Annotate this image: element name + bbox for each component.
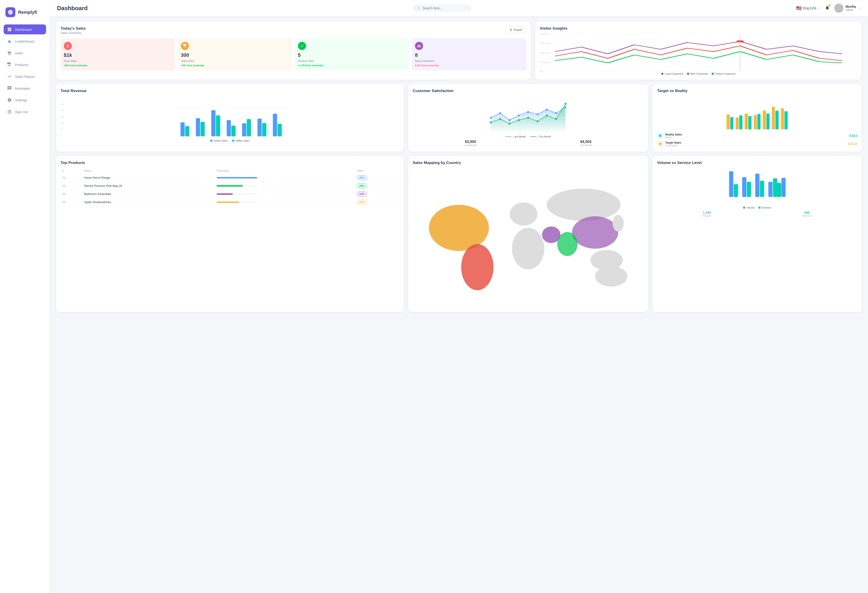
revenue-title: Total Revenue xyxy=(61,89,399,93)
target-stats: Reality Sales Global 8.823 Targ xyxy=(657,133,857,147)
new-dot xyxy=(687,72,689,75)
main-area: Dashboard 🇺🇸 Eng (US) Musfiq Admi xyxy=(50,0,868,593)
svg-point-73 xyxy=(555,118,557,120)
svg-point-63 xyxy=(546,109,548,111)
online-sales-legend: Online Sales xyxy=(210,139,227,142)
export-icon xyxy=(509,28,512,31)
svg-point-96 xyxy=(429,205,489,251)
sidebar-item-messages[interactable]: Messages xyxy=(4,83,46,93)
search-input[interactable] xyxy=(422,6,467,10)
sidebar-item-sales-report[interactable]: Sales Report xyxy=(4,71,46,81)
svg-rect-79 xyxy=(745,114,748,129)
total-order-value: 300 xyxy=(181,52,289,58)
sidebar-item-leaderboard[interactable]: Leaderboard xyxy=(4,36,46,46)
language-selector[interactable]: 🇺🇸 Eng (US) xyxy=(796,6,820,11)
online-dot xyxy=(210,139,213,142)
svg-text:200: 200 xyxy=(540,52,550,54)
svg-point-4 xyxy=(836,9,842,13)
legend-unique: Unique Customers xyxy=(712,72,735,75)
sidebar-item-products[interactable]: Products xyxy=(4,60,46,70)
search-icon xyxy=(417,6,421,10)
services-amount: 635 Services xyxy=(802,211,812,217)
top-products-card: Top Products # Name Popularity Sales 01 … xyxy=(56,156,404,312)
row-num: 03 xyxy=(61,190,82,198)
header: Dashboard 🇺🇸 Eng (US) Musfiq Admi xyxy=(50,0,868,16)
svg-rect-34 xyxy=(180,122,185,136)
total-order-icon xyxy=(181,42,189,50)
todays-sales-subtitle: Sales Summery xyxy=(61,31,86,35)
svg-point-66 xyxy=(490,121,492,123)
total-sales-change: +8% from yesterday xyxy=(64,64,172,67)
total-sales-label: Total Sales xyxy=(64,59,172,63)
sidebar-item-settings[interactable]: Settings xyxy=(4,95,46,105)
sidebar-item-signout[interactable]: Sign Out xyxy=(4,107,46,117)
volume-dot xyxy=(743,207,745,209)
svg-point-69 xyxy=(518,119,520,121)
row-name: Home Decor Range xyxy=(82,174,215,182)
page-title: Dashboard xyxy=(57,5,88,12)
total-sales-value: $1k xyxy=(64,52,172,58)
content: Today's Sales Sales Summery Export $1 xyxy=(50,16,868,593)
svg-rect-83 xyxy=(763,111,766,129)
offline-dot xyxy=(232,139,235,142)
search-bar[interactable] xyxy=(413,4,471,12)
sales-badge: 25% xyxy=(357,200,367,205)
visitor-chart-svg: 400 300 200 100 0 xyxy=(540,34,857,72)
total-sales-icon xyxy=(64,42,72,50)
row-sales: 18% xyxy=(355,190,399,198)
new-customers-change: 0.5% from yesterday xyxy=(415,64,523,67)
row-popularity xyxy=(215,198,355,206)
svg-rect-110 xyxy=(747,182,751,197)
logo-text: Remplyfi xyxy=(18,10,37,15)
product-sold-icon xyxy=(298,42,306,50)
user-name: Musfiq xyxy=(846,5,856,8)
flag-icon: 🇺🇸 xyxy=(796,6,802,11)
visitor-insights-card: Visitor Insights 400 300 200 100 xyxy=(535,22,862,80)
row-name: Apple Smartwatches xyxy=(82,198,215,206)
col-name: Name xyxy=(82,168,215,174)
svg-point-70 xyxy=(527,117,529,119)
svg-point-62 xyxy=(537,113,539,115)
total-order-label: Total Order xyxy=(181,59,289,63)
svg-rect-107 xyxy=(729,171,733,197)
col-sales: Sales xyxy=(355,168,399,174)
loyal-dot xyxy=(661,72,663,75)
satisfaction-values: $3,004 Last Month $4,504 This Month xyxy=(413,140,644,146)
svg-rect-1 xyxy=(9,40,10,43)
visitor-insights-title: Visitor Insights xyxy=(540,26,857,31)
svg-rect-36 xyxy=(196,118,200,136)
svg-rect-113 xyxy=(768,182,773,197)
services-dot xyxy=(758,207,761,209)
svg-rect-80 xyxy=(748,116,751,129)
volume-amount: 1,135 Volume xyxy=(703,211,711,217)
this-month-legend: This Month xyxy=(530,135,551,138)
svg-rect-35 xyxy=(185,126,189,136)
svg-rect-76 xyxy=(730,117,733,129)
svg-text:100: 100 xyxy=(540,62,550,64)
sales-badge: 29% xyxy=(357,183,367,188)
visitor-legend: Loyal Customers New Customers Unique Cus… xyxy=(540,72,857,75)
svg-rect-108 xyxy=(734,184,738,197)
total-revenue-card: Total Revenue 25k 20k 15k 10k 5k 0 xyxy=(56,84,404,152)
product-sold-value: 5 xyxy=(298,52,406,58)
legend-new: New Customers xyxy=(687,72,708,75)
target-icon xyxy=(657,140,663,147)
export-button[interactable]: Export xyxy=(505,26,526,33)
row-num: 04 xyxy=(61,198,82,206)
svg-rect-114 xyxy=(773,178,777,197)
sidebar-item-dashboard[interactable]: Dashboard xyxy=(4,24,46,34)
new-customers-icon xyxy=(415,42,423,50)
this-month-value: $4,504 This Month xyxy=(580,140,592,146)
legend-loyal: Loyal Customers xyxy=(661,72,683,75)
table-row: 02 Disney Princess Pink Bag 18' 29% xyxy=(61,182,399,190)
satisfaction-chart xyxy=(413,97,644,133)
svg-rect-39 xyxy=(216,115,220,136)
volume-service-card: Volume vs Service Level xyxy=(652,156,862,312)
svg-point-3 xyxy=(837,5,841,9)
row-popularity xyxy=(215,190,355,198)
svg-rect-42 xyxy=(242,123,246,136)
notification-button[interactable] xyxy=(825,5,830,11)
sidebar-item-order[interactable]: order xyxy=(4,48,46,58)
map-svg xyxy=(413,168,644,306)
stats-grid: $1k Total Sales +8% from yesterday 300 T… xyxy=(61,38,526,70)
